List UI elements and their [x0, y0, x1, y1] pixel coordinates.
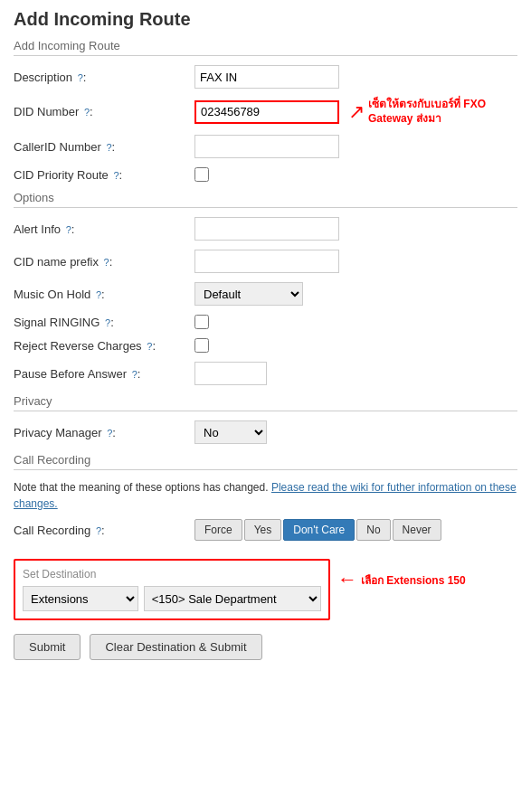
cid-name-prefix-input[interactable] — [194, 250, 339, 273]
recording-force-button[interactable]: Force — [194, 519, 242, 541]
signal-ringing-help-icon[interactable]: ? — [105, 317, 110, 328]
cid-priority-row: CID Priority Route ?: — [14, 167, 517, 182]
recording-dontcare-button[interactable]: Don't Care — [283, 519, 355, 541]
recording-never-button[interactable]: Never — [393, 519, 441, 541]
section-call-recording: Call Recording — [14, 453, 517, 470]
destination-row: Extensions Ring Groups IVR Voicemail Que… — [23, 586, 321, 611]
section-privacy: Privacy — [14, 394, 517, 411]
recording-note: Note that the meaning of these options h… — [14, 479, 517, 512]
clear-destination-submit-button[interactable]: Clear Destination & Submit — [90, 634, 261, 660]
pause-before-help-icon[interactable]: ? — [132, 369, 137, 380]
alert-info-input[interactable] — [194, 217, 339, 241]
call-recording-help-icon[interactable]: ? — [96, 525, 101, 536]
destination-type-select[interactable]: Extensions Ring Groups IVR Voicemail Que… — [23, 586, 138, 611]
did-arrow-icon: ↗ — [348, 100, 365, 124]
cid-priority-checkbox[interactable] — [194, 167, 209, 182]
section-options: Options — [14, 191, 517, 208]
signal-ringing-checkbox[interactable] — [194, 315, 209, 329]
privacy-manager-label: Privacy Manager ?: — [14, 426, 194, 439]
description-input[interactable] — [194, 65, 339, 89]
call-recording-row: Call Recording ?: Force Yes Don't Care N… — [14, 519, 517, 541]
did-number-label: DID Number ?: — [14, 105, 194, 118]
alert-info-label: Alert Info ?: — [14, 222, 194, 236]
destination-annotation-wrapper: ← เลือก Extensions 150 — [337, 568, 466, 591]
submit-button[interactable]: Submit — [14, 634, 81, 660]
alert-info-help-icon[interactable]: ? — [66, 224, 71, 235]
callerid-label: CallerID Number ?: — [14, 140, 194, 154]
signal-ringing-label: Signal RINGING ?: — [14, 316, 194, 329]
cid-name-prefix-row: CID name prefix ?: — [14, 250, 517, 273]
pause-before-label: Pause Before Answer ?: — [14, 367, 194, 381]
did-number-help-icon[interactable]: ? — [84, 107, 90, 118]
description-help-icon[interactable]: ? — [78, 72, 83, 83]
set-destination-box: Set Destination Extensions Ring Groups I… — [14, 559, 330, 620]
reject-reverse-label: Reject Reverse Charges ?: — [14, 339, 194, 353]
privacy-manager-select[interactable]: No Yes — [194, 420, 267, 444]
callerid-row: CallerID Number ?: — [14, 135, 517, 158]
description-row: Description ?: — [14, 65, 517, 89]
music-on-hold-row: Music On Hold ?: Default None Inherit — [14, 282, 517, 306]
privacy-manager-row: Privacy Manager ?: No Yes — [14, 420, 517, 444]
dest-annotation-text: เลือก Extensions 150 — [361, 571, 466, 589]
recording-no-button[interactable]: No — [356, 519, 390, 541]
cid-priority-label: CID Priority Route ?: — [14, 168, 194, 182]
signal-ringing-row: Signal RINGING ?: — [14, 315, 517, 329]
cid-priority-help-icon[interactable]: ? — [113, 170, 119, 181]
callerid-input[interactable] — [194, 135, 339, 158]
cid-name-prefix-label: CID name prefix ?: — [14, 255, 194, 269]
recording-yes-button[interactable]: Yes — [244, 519, 282, 541]
alert-info-row: Alert Info ?: — [14, 217, 517, 241]
music-on-hold-help-icon[interactable]: ? — [96, 289, 101, 300]
recording-buttons-group: Force Yes Don't Care No Never — [194, 519, 441, 541]
did-annotation-text: เซ็ตให้ตรงกับเบอร์ที่ FXO Gateway ส่งมา — [368, 98, 517, 126]
reject-reverse-row: Reject Reverse Charges ?: — [14, 338, 517, 353]
set-destination-label: Set Destination — [23, 568, 321, 581]
dest-arrow-icon: ← — [337, 568, 357, 591]
call-recording-label: Call Recording ?: — [14, 524, 194, 537]
description-label: Description ?: — [14, 71, 194, 84]
reject-reverse-help-icon[interactable]: ? — [147, 341, 152, 352]
pause-before-row: Pause Before Answer ?: — [14, 362, 517, 385]
music-on-hold-label: Music On Hold ?: — [14, 288, 194, 301]
section-add-incoming-route: Add Incoming Route — [14, 39, 517, 56]
page-title: Add Incoming Route — [14, 9, 517, 30]
pause-before-input[interactable] — [194, 362, 267, 385]
privacy-manager-help-icon[interactable]: ? — [107, 428, 112, 439]
music-on-hold-select[interactable]: Default None Inherit — [194, 282, 303, 306]
did-number-row: DID Number ?: ↗ เซ็ตให้ตรงกับเบอร์ที่ FX… — [14, 98, 517, 126]
destination-value-select[interactable]: <150> Sale Department <100> Reception <2… — [144, 586, 321, 611]
reject-reverse-checkbox[interactable] — [194, 338, 209, 353]
bottom-buttons: Submit Clear Destination & Submit — [14, 634, 517, 660]
callerid-help-icon[interactable]: ? — [106, 142, 111, 153]
did-annotation-wrapper: ↗ เซ็ตให้ตรงกับเบอร์ที่ FXO Gateway ส่งม… — [348, 98, 517, 126]
cid-name-prefix-help-icon[interactable]: ? — [104, 257, 109, 268]
did-number-input[interactable] — [194, 100, 339, 124]
